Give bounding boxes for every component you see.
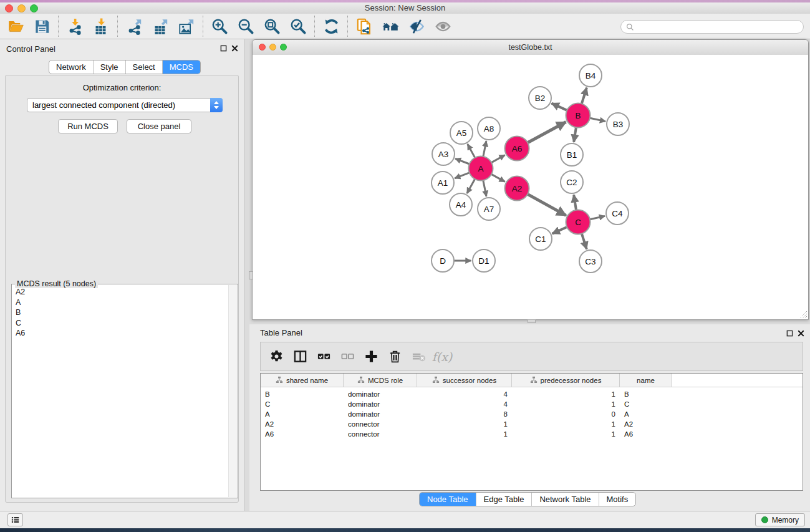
import-network-button[interactable] [62, 15, 88, 37]
edge-C-C4[interactable] [590, 216, 605, 219]
close-panel-button[interactable]: Close panel [127, 119, 191, 133]
zoom-in-button[interactable] [206, 15, 233, 37]
float-panel-icon[interactable] [786, 330, 793, 337]
table-row[interactable]: A6connector11A6 [261, 429, 803, 439]
edge-C-C2[interactable] [574, 195, 576, 210]
export-table-button[interactable] [147, 15, 173, 37]
table-tab-motifs[interactable]: Motifs [599, 493, 636, 506]
cell-predecessor-nodes[interactable]: 0 [512, 410, 620, 418]
vertical-scrollbar-thumb[interactable] [249, 271, 253, 279]
node-B[interactable]: B [566, 104, 591, 128]
node-C2[interactable]: C2 [561, 171, 583, 193]
edge-A-A6[interactable] [491, 155, 505, 163]
export-network-button[interactable] [121, 15, 147, 37]
split-panel-button[interactable] [288, 344, 312, 370]
edge-A-A2[interactable] [491, 174, 505, 181]
node-B3[interactable]: B3 [607, 113, 629, 135]
cell-shared-name[interactable]: A6 [261, 430, 344, 438]
cell-predecessor-nodes[interactable]: 1 [512, 430, 620, 438]
node-A1[interactable]: A1 [432, 172, 454, 194]
edge-C-C3[interactable] [582, 234, 587, 249]
node-B4[interactable]: B4 [579, 64, 602, 87]
cell-successor-nodes[interactable]: 1 [417, 420, 512, 428]
edge-B-B1[interactable] [574, 127, 576, 142]
edge-A-A7[interactable] [483, 180, 486, 196]
cell-successor-nodes[interactable]: 4 [417, 390, 512, 398]
cell-shared-name[interactable]: A2 [261, 420, 344, 428]
cell-shared-name[interactable]: B [261, 390, 344, 398]
network-window-titlebar[interactable]: testGlobe.txt [253, 40, 808, 56]
node-C[interactable]: C [566, 210, 591, 235]
table-tab-network-table[interactable]: Network Table [531, 493, 598, 506]
save-session-button[interactable] [29, 15, 55, 37]
node-B2[interactable]: B2 [529, 87, 551, 109]
cell-name[interactable]: A2 [620, 420, 672, 428]
tab-network[interactable]: Network [49, 60, 93, 74]
edge-B-B4[interactable] [582, 88, 587, 104]
zoom-selected-button[interactable] [285, 15, 311, 37]
cell-successor-nodes[interactable]: 1 [417, 430, 512, 438]
node-B1[interactable]: B1 [561, 143, 583, 166]
cell-shared-name[interactable]: A [261, 410, 344, 418]
table-row[interactable]: Cdominator41C [261, 399, 803, 409]
delete-column-button[interactable] [383, 344, 407, 370]
node-A2[interactable]: A2 [505, 177, 529, 201]
column-header-mcds-role[interactable]: MCDS role [344, 374, 417, 387]
edge-A-A8[interactable] [483, 141, 486, 157]
cell-successor-nodes[interactable]: 4 [417, 400, 512, 408]
tab-style[interactable]: Style [93, 60, 125, 74]
edge-A-A1[interactable] [455, 173, 470, 178]
cell-name[interactable]: A [620, 410, 672, 418]
import-table-button[interactable] [88, 15, 114, 37]
memory-button[interactable]: Memory [755, 513, 805, 526]
cell-predecessor-nodes[interactable]: 1 [512, 420, 620, 428]
select-all-button[interactable] [312, 344, 335, 370]
cell-name[interactable]: A6 [620, 430, 672, 438]
result-item[interactable]: C [16, 318, 228, 329]
table-tab-node-table[interactable]: Node Table [420, 493, 476, 506]
node-A8[interactable]: A8 [478, 117, 500, 140]
table-row[interactable]: Adominator80A [261, 409, 803, 419]
open-browser-button[interactable] [377, 15, 403, 37]
table-row[interactable]: A2connector11A2 [261, 419, 803, 429]
run-mcds-button[interactable]: Run MCDS [58, 119, 118, 133]
network-canvas[interactable]: B4B2BB3B1C2A5A8A6A3AA1A2A4A7CC4C1C3DD1 [253, 55, 808, 319]
close-panel-icon[interactable] [231, 45, 238, 52]
open-session-button[interactable] [2, 15, 29, 37]
network-graph[interactable]: B4B2BB3B1C2A5A8A6A3AA1A2A4A7CC4C1C3DD1 [253, 55, 808, 319]
node-A4[interactable]: A4 [450, 193, 472, 216]
node-C4[interactable]: C4 [606, 202, 629, 225]
edge-A6-B[interactable] [528, 122, 566, 143]
cell-name[interactable]: B [620, 390, 672, 398]
cell-predecessor-nodes[interactable]: 1 [512, 390, 620, 398]
table-settings-button[interactable] [264, 344, 288, 370]
cell-mcds-role[interactable]: dominator [344, 410, 417, 418]
cell-predecessor-nodes[interactable]: 1 [512, 400, 620, 408]
export-image-button[interactable] [173, 15, 200, 37]
edge-C-C1[interactable] [552, 227, 567, 234]
deselect-all-button[interactable] [335, 344, 359, 370]
edge-B-B2[interactable] [552, 104, 567, 110]
edge-B-B3[interactable] [590, 118, 605, 121]
float-panel-icon[interactable] [220, 45, 227, 52]
node-A5[interactable]: A5 [450, 122, 473, 144]
search-input[interactable] [637, 22, 798, 32]
table-tab-edge-table[interactable]: Edge Table [476, 493, 532, 506]
resize-grip-icon[interactable] [799, 310, 808, 319]
criterion-dropdown[interactable]: largest connected component (directed) [27, 98, 223, 112]
result-item[interactable]: A2 [16, 287, 228, 297]
cell-mcds-role[interactable]: connector [344, 420, 417, 428]
horizontal-scrollbar-thumb[interactable] [528, 319, 536, 323]
column-header-successor-nodes[interactable]: successor nodes [417, 374, 512, 387]
edge-A2-C[interactable] [528, 194, 566, 215]
column-header-predecessor-nodes[interactable]: predecessor nodes [512, 374, 620, 387]
result-item[interactable]: A [16, 297, 228, 308]
table-row[interactable]: Bdominator41B [261, 389, 803, 399]
clone-network-button[interactable] [351, 15, 377, 37]
tab-select[interactable]: Select [125, 60, 162, 74]
cell-mcds-role[interactable]: dominator [344, 400, 417, 408]
node-A6[interactable]: A6 [505, 137, 529, 161]
show-panels-button[interactable] [7, 513, 23, 526]
node-A3[interactable]: A3 [432, 143, 455, 165]
edge-A-A3[interactable] [455, 158, 470, 164]
